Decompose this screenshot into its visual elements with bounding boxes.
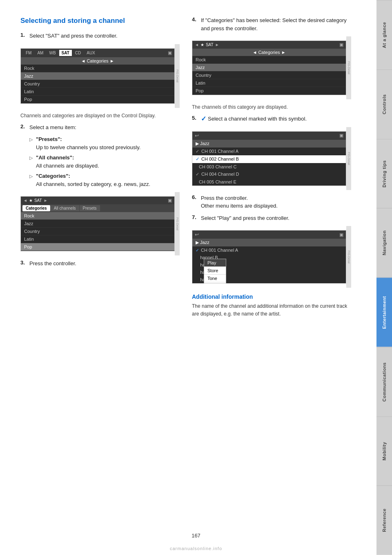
step-1-text: Select "SAT" and press the controller. [29, 32, 118, 40]
step-2-num: 2. [20, 123, 27, 132]
check-5-5 [196, 277, 198, 282]
arrow-bullet-2: ▷ [29, 154, 33, 170]
check-2: ✓ [196, 157, 199, 162]
step-1: 1. Select "SAT" and press the controller… [20, 32, 180, 40]
tab-sat[interactable]: SAT [59, 50, 72, 56]
right-column: 4. If "Categories" has been selected: Se… [192, 16, 351, 318]
screen-5-topbar: ↩ ▣ [192, 231, 346, 239]
tab-cd: CD [73, 50, 83, 56]
step-4-text: If "Categories" has been selected: Selec… [201, 16, 351, 32]
list-rock-2: Rock [21, 212, 174, 220]
screen-3-arrow-right: ► [215, 43, 219, 47]
channel-4: ✓ CH 004 Channel D [192, 170, 346, 178]
sidebar-tab-reference[interactable]: Reference [376, 486, 392, 555]
screen-3-categories: ◄ Categories ► [192, 49, 346, 56]
screen-4-side-label: FIG-Detail [346, 127, 351, 190]
left-column: Selecting and storing a channel 1. Selec… [20, 16, 180, 318]
step-7-num: 7. [192, 214, 198, 222]
additional-info-text: The name of the channel and additional i… [192, 302, 351, 318]
sub-item-allchannels-label: "All channels": [36, 154, 74, 161]
step-3-num: 3. [20, 260, 27, 268]
context-menu-esn[interactable]: ESN [204, 282, 226, 284]
screen-2-navtabs: Categories All channels Presets [21, 204, 174, 212]
list-pop-3: Pop [192, 87, 346, 95]
sub-item-presets-label: "Presets": [36, 136, 62, 142]
arrow-bullet-1: ▷ [29, 136, 33, 151]
step-6-text: Press the controller.Other menu items ar… [201, 194, 278, 210]
screen-3-arrow-left: ◄ [195, 43, 199, 47]
checkmark-symbol: ✓ [201, 115, 206, 123]
screen-2: ◄ ★ SAT ► ▣ Categories All channels Pres… [20, 196, 175, 251]
check-5 [196, 179, 197, 184]
list-jazz-1: Jazz [21, 72, 174, 80]
screen-3-side-label: FIG-Detail [346, 36, 351, 99]
screen-1: FM AM WB SAT CD AUX ▣ ◄ Categories ► Roc… [20, 48, 175, 104]
step-3-text: Press the controller. [29, 260, 76, 268]
sub-item-categories-label: "Categories": [36, 173, 70, 179]
screen-3: ◄ ★ SAT ► ▣ ◄ Categories ► Rock Jazz Cou… [192, 40, 346, 95]
main-content: Selecting and storing a channel 1. Selec… [0, 0, 376, 334]
list-jazz-2: Jazz [21, 220, 174, 228]
list-country-2: Country [21, 228, 174, 235]
sidebar-tab-entertainment[interactable]: Entertainment [376, 278, 392, 347]
screen-3-topbar: ◄ ★ SAT ► ▣ [192, 41, 346, 49]
list-pop-1: Pop [21, 96, 174, 103]
channel-3-label: CH 003 Channel C [199, 164, 236, 169]
step-7: 7. Select "Play" and press the controlle… [192, 214, 351, 222]
step-5-text: Select a channel marked with this symbol… [208, 115, 307, 123]
channel-5: CH 005 Channel E [192, 178, 346, 186]
step-6-num: 6. [192, 194, 198, 210]
screen-5-jazz-header: ▶ Jazz [192, 239, 346, 246]
check-5-2 [196, 255, 198, 260]
channel-4-label: CH 004 Channel D [201, 172, 239, 177]
sidebar-tab-communications[interactable]: Communications [376, 347, 392, 416]
context-menu: Play Store Tone ESN [204, 259, 226, 284]
screen-4-topbar: ↩ ▣ [192, 132, 346, 140]
step-6: 6. Press the controller.Other menu items… [192, 194, 351, 210]
nav-tab-presets[interactable]: Presets [80, 205, 100, 211]
check-5-4 [196, 270, 198, 275]
sidebar-tab-navigation[interactable]: Navigation [376, 208, 392, 278]
nav-tab-allchannels[interactable]: All channels [51, 205, 79, 211]
screen-1-side-label: FIG-Detail [175, 44, 180, 108]
context-menu-store[interactable]: Store [204, 267, 226, 275]
list-rock-3: Rock [192, 56, 346, 64]
step-3: 3. Press the controller. [20, 260, 180, 268]
step-5: 5. ✓ Select a channel marked with this s… [192, 115, 351, 123]
channel-1-label: CH 001 Channel A [201, 149, 238, 154]
list-latin-2: Latin [21, 235, 174, 243]
sub-item-allchannels: ▷ "All channels": All channels are displ… [29, 154, 180, 170]
sidebar-tab-controls[interactable]: Controls [376, 69, 392, 139]
screen-3-star: ★ [200, 43, 204, 47]
nav-tab-categories[interactable]: Categories [22, 205, 50, 211]
tab-aux: AUX [84, 50, 98, 56]
screen-2-star: ★ [29, 198, 33, 203]
screen-3-wrapper: ◄ ★ SAT ► ▣ ◄ Categories ► Rock Jazz Cou… [192, 36, 351, 99]
sidebar-tab-driving-tips[interactable]: Driving tips [376, 139, 392, 208]
list-latin-1: Latin [21, 88, 174, 96]
screen-5-back: ↩ [195, 232, 199, 237]
sub-item-presets-desc: Up to twelve channels you stored previou… [36, 144, 140, 150]
tab-wb: WB [47, 50, 58, 56]
list-country-3: Country [192, 72, 346, 79]
step-7-text: Select "Play" and press the controller. [201, 214, 290, 222]
screen-4: ↩ ▣ ▶ Jazz ✓ CH 001 Channel A ✓ CH 002 C… [192, 131, 346, 186]
screen-2-arrow-left: ◄ [23, 198, 27, 203]
context-menu-play[interactable]: Play [204, 259, 226, 267]
watermark: carmanualsonline.info [170, 546, 222, 551]
check-1: ✓ [196, 149, 199, 154]
channel-5-1-label: CH 001 Channel A [201, 248, 238, 253]
screen-5: ↩ ▣ ▶ Jazz ✓ CH 001 Channel A hannel B [192, 230, 346, 284]
screen-1-tabs: FM AM WB SAT CD AUX [23, 50, 98, 56]
corner-icon-5: ▣ [339, 232, 343, 237]
screen-4-wrapper: ↩ ▣ ▶ Jazz ✓ CH 001 Channel A ✓ CH 002 C… [192, 127, 351, 190]
sidebar-tab-at-a-glance[interactable]: At a glance [376, 0, 392, 69]
arrow-bullet-3: ▷ [29, 173, 33, 188]
sub-item-categories-desc: All channels, sorted by category, e.g. n… [36, 181, 150, 187]
channel-2: ✓ CH 002 Channel B [192, 155, 346, 163]
screen-2-topbar: ◄ ★ SAT ► ▣ [21, 197, 174, 204]
sidebar-tab-mobility[interactable]: Mobility [376, 416, 392, 486]
channel-1: ✓ CH 001 Channel A [192, 148, 346, 155]
context-menu-tone[interactable]: Tone [204, 275, 226, 282]
screen-4-jazz-header: ▶ Jazz [192, 140, 346, 148]
